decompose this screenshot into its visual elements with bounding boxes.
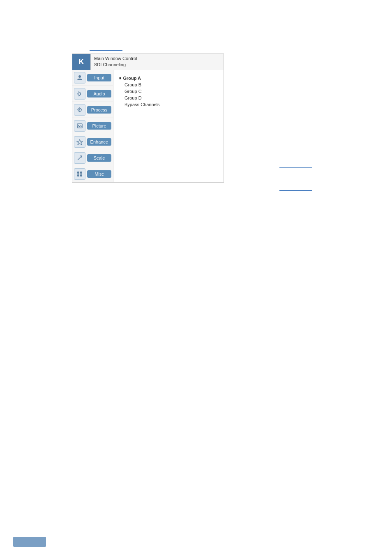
panel-header-title-area: Main Window Control SDI Channeling	[90, 54, 224, 70]
title-line2: SDI Channeling	[94, 62, 137, 68]
svg-point-0	[78, 75, 81, 78]
channel-item-group-a[interactable]: Group A	[119, 75, 218, 81]
nav-item-audio[interactable]: Audio	[72, 86, 113, 102]
page-container: K Main Window Control SDI Channeling Inp…	[0, 0, 392, 557]
nav-label-scale: Scale	[87, 154, 111, 162]
channel-item-bypass[interactable]: Bypass Channels	[119, 101, 218, 108]
nav-item-misc[interactable]: Misc	[72, 166, 113, 182]
panel-header-title: Main Window Control SDI Channeling	[94, 56, 137, 68]
bottom-bar	[13, 537, 46, 547]
header-icon-letter: K	[79, 58, 84, 66]
panel-header-icon: K	[72, 54, 90, 70]
title-line1: Main Window Control	[94, 56, 137, 62]
nav-item-scale[interactable]: Scale	[72, 150, 113, 166]
panel-header: K Main Window Control SDI Channeling	[72, 54, 224, 70]
nav-item-input[interactable]: Input	[72, 70, 113, 86]
nav-item-enhance[interactable]: Enhance	[72, 134, 113, 150]
nav-label-enhance: Enhance	[87, 138, 111, 146]
main-panel: K Main Window Control SDI Channeling Inp…	[72, 53, 224, 183]
picture-icon	[74, 120, 85, 132]
channel-item-group-c[interactable]: Group C	[119, 88, 218, 95]
channel-item-group-b[interactable]: Group B	[119, 81, 218, 88]
svg-point-2	[79, 109, 81, 110]
scale-icon	[74, 152, 85, 164]
nav-label-picture: Picture	[87, 122, 111, 130]
nav-label-audio: Audio	[87, 90, 111, 97]
channel-item-group-d[interactable]: Group D	[119, 95, 218, 101]
svg-marker-9	[77, 139, 83, 145]
svg-point-8	[78, 125, 79, 125]
svg-rect-10	[77, 172, 79, 174]
nav-label-misc: Misc	[87, 170, 111, 178]
nav-item-picture[interactable]: Picture	[72, 118, 113, 134]
input-icon	[74, 72, 85, 84]
nav-label-process: Process	[87, 106, 111, 114]
bottom-link-1[interactable]	[279, 162, 312, 168]
process-icon	[74, 104, 85, 116]
channel-list: Group A Group B Group C Group D Bypass C…	[119, 75, 218, 108]
svg-rect-12	[77, 174, 79, 176]
nav-item-process[interactable]: Process	[72, 102, 113, 118]
panel-body: Input Audio Process	[72, 70, 224, 182]
top-link[interactable]	[90, 44, 122, 51]
content-area: Group A Group B Group C Group D Bypass C…	[113, 70, 224, 182]
svg-rect-13	[80, 174, 82, 176]
svg-rect-11	[80, 172, 82, 174]
misc-icon	[74, 168, 85, 180]
enhance-icon	[74, 136, 85, 148]
audio-icon	[74, 88, 85, 100]
nav-label-input: Input	[87, 74, 111, 81]
nav-list: Input Audio Process	[72, 70, 113, 182]
bottom-link-2[interactable]	[279, 185, 312, 191]
